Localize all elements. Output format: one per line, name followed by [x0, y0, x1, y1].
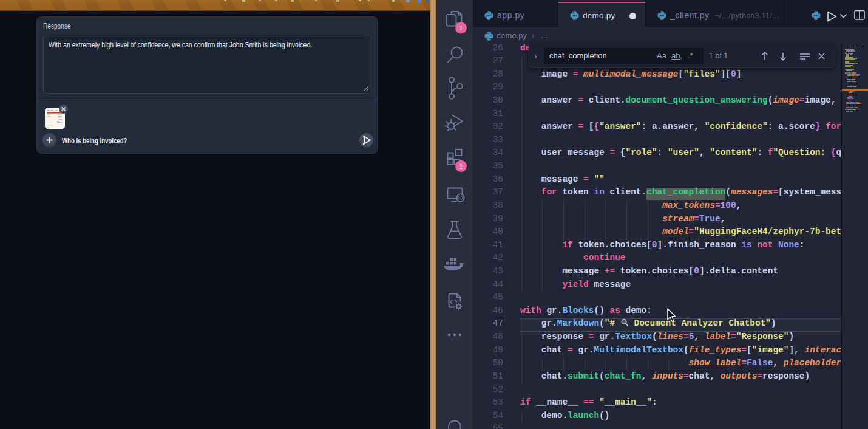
svg-text:Sum: Sum — [57, 120, 63, 124]
svg-text:1: 1 — [459, 24, 463, 32]
svg-text:1: 1 — [459, 163, 463, 170]
